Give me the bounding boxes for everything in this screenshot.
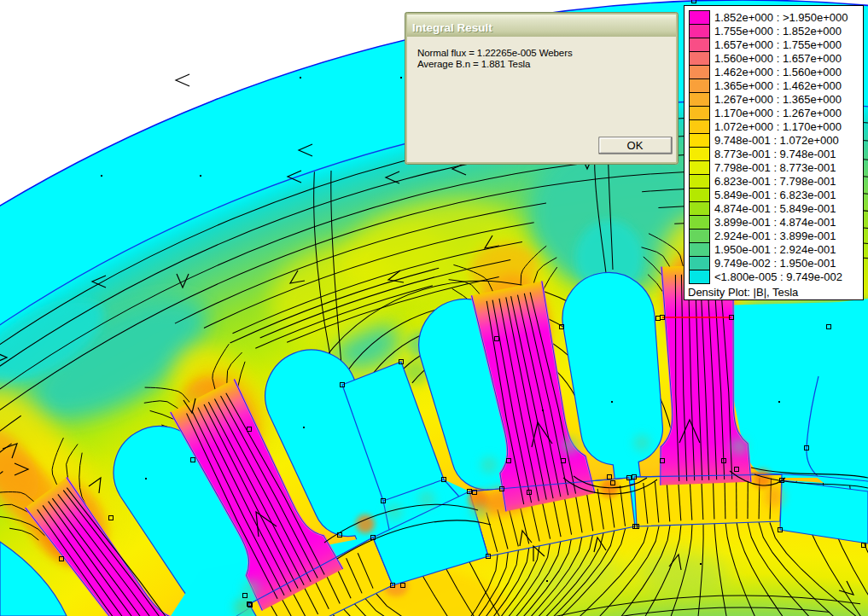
svg-text:OK: OK [627,139,644,152]
svg-text:<1.800e-005 : 9.749e-002: <1.800e-005 : 9.749e-002 [714,270,842,283]
svg-text:2.924e-001 : 3.899e-001: 2.924e-001 : 3.899e-001 [714,230,836,242]
svg-text:6.823e-001 : 7.798e-001: 6.823e-001 : 7.798e-001 [714,175,836,188]
svg-text:7.798e-001 : 8.773e-001: 7.798e-001 : 8.773e-001 [714,161,836,174]
svg-text:Density Plot: |B|, Tesla: Density Plot: |B|, Tesla [688,286,799,299]
svg-text:Average B.n = 1.881 Tesla: Average B.n = 1.881 Tesla [417,59,531,69]
svg-text:Integral Result: Integral Result [412,21,492,34]
svg-text:1.950e-001 : 2.924e-001: 1.950e-001 : 2.924e-001 [714,243,836,256]
svg-text:4.874e-001 : 5.849e-001: 4.874e-001 : 5.849e-001 [714,202,836,215]
svg-text:1.560e+000 : 1.657e+000: 1.560e+000 : 1.657e+000 [714,52,842,65]
svg-text:9.748e-001 : 1.072e+000: 9.748e-001 : 1.072e+000 [714,134,839,147]
svg-text:1.267e+000 : 1.365e+000: 1.267e+000 : 1.365e+000 [714,93,842,106]
svg-text:1.365e+000 : 1.462e+000: 1.365e+000 : 1.462e+000 [714,79,842,92]
svg-text:1.657e+000 : 1.755e+000: 1.657e+000 : 1.755e+000 [714,38,842,51]
svg-text:8.773e-001 : 9.748e-001: 8.773e-001 : 9.748e-001 [714,148,836,160]
svg-text:1.755e+000 : 1.852e+000: 1.755e+000 : 1.852e+000 [714,25,842,38]
svg-text:Normal flux = 1.22265e-005 Web: Normal flux = 1.22265e-005 Webers [417,48,573,58]
svg-text:3.899e-001 : 4.874e-001: 3.899e-001 : 4.874e-001 [714,216,836,229]
svg-text:9.749e-002 : 1.950e-001: 9.749e-002 : 1.950e-001 [714,257,836,270]
svg-text:1.072e+000 : 1.170e+000: 1.072e+000 : 1.170e+000 [714,120,842,133]
svg-text:5.849e-001 : 6.823e-001: 5.849e-001 : 6.823e-001 [714,189,836,201]
svg-text:1.852e+000 : >1.950e+000: 1.852e+000 : >1.950e+000 [714,11,848,24]
svg-text:1.170e+000 : 1.267e+000: 1.170e+000 : 1.267e+000 [714,107,842,119]
svg-text:1.462e+000 : 1.560e+000: 1.462e+000 : 1.560e+000 [714,66,842,78]
